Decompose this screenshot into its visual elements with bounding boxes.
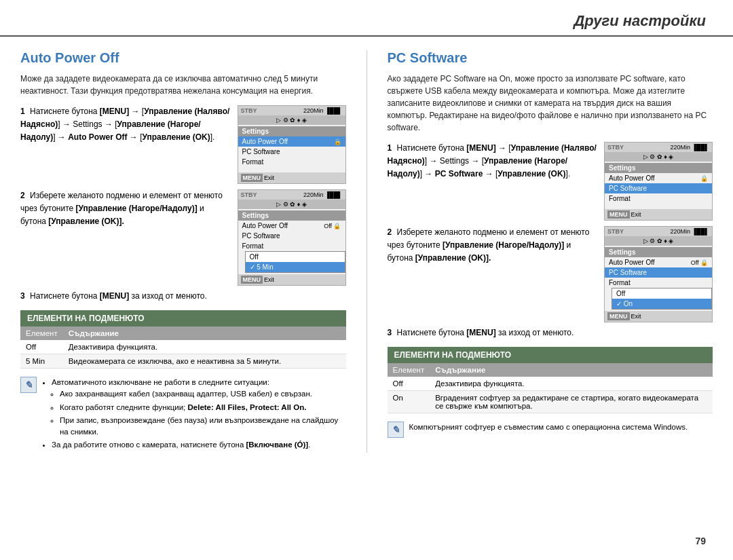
step-number-1: 1 — [20, 107, 25, 116]
element-off-l: Off — [20, 340, 63, 354]
menu-item-pc-software-l2: PC Software — [238, 231, 345, 241]
note-text-right: Компютърният софтуер е съвместим само с … — [409, 422, 713, 438]
submenu-5min-l2: ✓ 5 Min — [246, 262, 345, 272]
step-2-text-r: 2 Изберете желаното подменю и елемент от… — [388, 226, 598, 322]
submenu-off-l2: Off — [246, 252, 345, 262]
ui-screenshot-left-2: STBY 220Min ▐██▌ ▷ ⚙ ✿ ♦ ◈ Settings Auto… — [238, 189, 346, 286]
menu-item-format-r1: Format — [605, 193, 712, 204]
stby-label-r1: STBY — [607, 144, 624, 151]
step-number-2: 2 — [20, 191, 25, 200]
bottom-bar-l1: MENU Exit — [238, 172, 345, 183]
settings-title-r1: Settings — [605, 163, 712, 173]
icons-bar-l1: ▷ ⚙ ✿ ♦ ◈ — [238, 115, 345, 125]
auto-power-off-intro: Може да зададете видеокамерата да се изк… — [20, 73, 346, 97]
stby-label-l1: STBY — [241, 107, 257, 114]
content-area: Auto Power Off Може да зададете видеокам… — [0, 37, 733, 466]
menu-item-format-l2: Format — [238, 241, 345, 251]
element-off-r: Off — [388, 377, 430, 391]
pc-software-intro: Ако зададете PC Software на On, може про… — [388, 73, 713, 134]
ui-content-l2: Settings Auto Power OffOff 🔒 PC Software… — [238, 209, 345, 274]
note-box-left: ✎ Автоматичното изключване не работи в с… — [20, 377, 346, 453]
submenu-section-right: Елементи на подменюто Елемент Съдържание… — [388, 347, 713, 413]
settings-title-r2: Settings — [605, 247, 712, 257]
bottom-bar-r1: MENU Exit — [605, 209, 712, 220]
note-icon-right: ✎ — [388, 422, 404, 438]
col-header-content-r: Съдържание — [430, 363, 713, 377]
step-1-row-r: 1 Натиснете бутона [MENU] → [Управление … — [388, 142, 713, 221]
ui-content-r2: Settings Auto Power OffOff 🔒 PC Software… — [605, 246, 712, 311]
menu-item-format-l1: Format — [238, 157, 345, 167]
table-row: On Вграденият софтуер за редактиране се … — [388, 391, 713, 413]
battery-label-r2: 220Min ▐██▌ — [670, 228, 709, 235]
note-icon-left: ✎ — [20, 377, 37, 393]
submenu-header-right: Елементи на подменюто — [388, 347, 713, 363]
table-row: Off Дезактивира функцията. — [20, 340, 346, 354]
battery-label-l2: 220Min ▐██▌ — [303, 191, 343, 198]
icons-bar-r1: ▷ ⚙ ✿ ♦ ◈ — [605, 152, 712, 162]
col-header-content-l: Съдържание — [63, 326, 346, 340]
right-column: PC Software Ако зададете PC Software на … — [366, 50, 713, 453]
ui-screenshot-left-1: STBY 220Min ▐██▌ ▷ ⚙ ✿ ♦ ◈ Settings Auto… — [238, 105, 346, 184]
step-number-1-r: 1 — [388, 143, 392, 153]
step-number-2-r: 2 — [388, 227, 392, 237]
settings-title-l1: Settings — [238, 126, 345, 136]
step-number-3-l: 3 — [20, 291, 25, 301]
icons-bar-r2: ▷ ⚙ ✿ ♦ ◈ — [605, 236, 712, 246]
note-box-right: ✎ Компютърният софтуер е съвместим само … — [388, 422, 713, 438]
element-5min-l: 5 Min — [20, 354, 63, 369]
stby-label-r2: STBY — [607, 228, 624, 235]
left-column: Auto Power Off Може да зададете видеокам… — [20, 50, 346, 453]
ui-screenshot-right-2: STBY 220Min ▐██▌ ▷ ⚙ ✿ ♦ ◈ Settings Auto… — [604, 226, 713, 322]
menu-item-pc-software-r1: PC Software — [605, 183, 712, 193]
col-header-element-r: Елемент — [388, 363, 430, 377]
stby-label-l2: STBY — [241, 191, 257, 198]
menu-item-auto-power-l2: Auto Power OffOff 🔒 — [238, 221, 345, 231]
step-2-row: 2 Изберете желаното подменю и елемент от… — [20, 189, 346, 286]
step-1-text-r: 1 Натиснете бутона [MENU] → [Управление … — [388, 142, 598, 221]
step-2-row-r: 2 Изберете желаното подменю и елемент от… — [388, 226, 713, 322]
ui-content-l1: Settings Auto Power Off🔒 PC Software For… — [238, 125, 345, 172]
page-title: Други настройки — [574, 12, 706, 29]
bottom-bar-r2: MENU Exit — [605, 311, 712, 322]
content-5min-l: Видеокамерата се изключва, ако е неактив… — [63, 354, 346, 369]
menu-item-auto-power-l1: Auto Power Off🔒 — [238, 136, 345, 147]
icons-bar-l2: ▷ ⚙ ✿ ♦ ◈ — [238, 200, 345, 209]
menu-item-auto-power-r1: Auto Power Off🔒 — [605, 173, 712, 183]
auto-power-off-title: Auto Power Off — [20, 50, 346, 66]
step-number-3-r: 3 — [388, 328, 392, 337]
col-header-element-l: Елемент — [20, 326, 63, 340]
content-off-r: Дезактивира функцията. — [430, 377, 713, 391]
battery-label-l1: 220Min ▐██▌ — [303, 107, 343, 114]
submenu-on-r2: ✓ On — [612, 299, 711, 309]
menu-item-pc-software-l1: PC Software — [238, 147, 345, 157]
step-3-left: 3 Натиснете бутона [MENU] за изход от ме… — [20, 291, 346, 301]
content-on-r: Вграденият софтуер за редактиране се ста… — [430, 391, 713, 413]
page-header: Други настройки — [0, 0, 733, 37]
submenu-table-right: Елемент Съдържание Off Дезактивира функц… — [388, 363, 713, 413]
menu-item-auto-power-r2: Auto Power OffOff 🔒 — [605, 257, 712, 267]
step-1-text: 1 Натиснете бутона [MENU] → [Управление … — [20, 105, 231, 184]
settings-title-l2: Settings — [238, 210, 345, 221]
submenu-header-left: Елементи на подменюто — [20, 310, 346, 326]
pc-software-title: PC Software — [388, 50, 713, 66]
battery-label-r1: 220Min ▐██▌ — [670, 144, 709, 151]
ui-screenshot-right-1: STBY 220Min ▐██▌ ▷ ⚙ ✿ ♦ ◈ Settings Auto… — [604, 142, 713, 221]
content-off-l: Дезактивира функцията. — [63, 340, 346, 354]
submenu-table-left: Елемент Съдържание Off Дезактивира функц… — [20, 326, 346, 369]
note-text-left: Автоматичното изключване не работи в сле… — [42, 377, 346, 453]
menu-item-format-r2: Format — [605, 278, 712, 288]
step-3-right: 3 Натиснете бутона [MENU] за изход от ме… — [388, 328, 713, 337]
page-number: 79 — [695, 536, 706, 546]
table-row: 5 Min Видеокамерата се изключва, ако е н… — [20, 354, 346, 369]
bottom-bar-l2: MENU Exit — [238, 274, 345, 285]
element-on-r: On — [388, 391, 430, 413]
menu-item-pc-software-r2: PC Software — [605, 267, 712, 278]
submenu-section-left: Елементи на подменюто Елемент Съдържание… — [20, 310, 346, 369]
submenu-off-r2: Off — [612, 288, 711, 299]
step-1-row: 1 Натиснете бутона [MENU] → [Управление … — [20, 105, 346, 184]
step-2-text: 2 Изберете желаното подменю и елемент от… — [20, 189, 231, 286]
ui-content-r1: Settings Auto Power Off🔒 PC Software For… — [605, 162, 712, 209]
table-row: Off Дезактивира функцията. — [388, 377, 713, 391]
